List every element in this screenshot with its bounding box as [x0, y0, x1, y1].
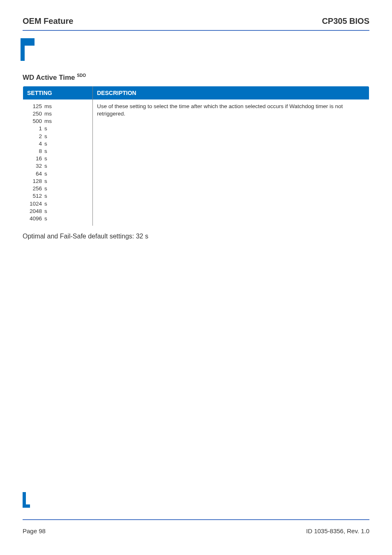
setting-value-unit: s — [44, 155, 47, 162]
setting-value-num: 128 — [27, 178, 44, 185]
cell-description: Use of these setting to select the time … — [93, 99, 369, 226]
setting-value-row: 128s — [27, 178, 88, 185]
cell-settings: 125ms 250ms 500ms 1s 2s 4s 8s 16s 32s 64… — [23, 99, 93, 226]
setting-value-unit: s — [44, 192, 47, 200]
page-number: Page 98 — [23, 527, 46, 534]
logo-shape-side — [21, 46, 25, 61]
table-header-row: SETTING DESCRIPTION — [23, 86, 369, 99]
logo-shape-top — [21, 38, 35, 46]
footer-bar-shape-horizontal — [23, 504, 30, 508]
setting-value-row: 500ms — [27, 118, 88, 125]
setting-value-unit: ms — [44, 118, 52, 125]
setting-value-row: 1024s — [27, 200, 88, 208]
setting-value-row: 8s — [27, 148, 88, 155]
section-title-text: WD Active Time — [23, 74, 75, 81]
setting-value-unit: s — [44, 185, 47, 192]
table-row: 125ms 250ms 500ms 1s 2s 4s 8s 16s 32s 64… — [23, 99, 369, 226]
page-header: OEM Feature CP305 BIOS — [23, 16, 369, 26]
setting-value-unit: s — [44, 215, 47, 222]
setting-value-num: 4 — [27, 140, 44, 148]
setting-value-row: 512s — [27, 192, 88, 200]
defaults-text: Optimal and Fail-Safe default settings: … — [23, 233, 369, 240]
setting-value-num: 32 — [27, 162, 44, 170]
setting-value-num: 2 — [27, 133, 44, 140]
setting-value-row: 1s — [27, 125, 88, 132]
col-header-description: DESCRIPTION — [93, 86, 369, 99]
setting-value-row: 2048s — [27, 208, 88, 215]
setting-value-unit: ms — [44, 110, 52, 118]
setting-value-unit: s — [44, 125, 47, 132]
document-id: ID 1035-8356, Rev. 1.0 — [306, 527, 369, 534]
setting-value-unit: s — [44, 178, 47, 185]
setting-value-unit: s — [44, 200, 47, 208]
setting-value-unit: s — [44, 140, 47, 148]
footer-divider — [23, 519, 369, 520]
brand-logo — [21, 38, 369, 61]
section-title-superscript: SDO — [77, 73, 86, 78]
setting-value-num: 250 — [27, 110, 44, 118]
setting-value-num: 512 — [27, 192, 44, 200]
col-header-setting: SETTING — [23, 86, 93, 99]
header-divider — [23, 30, 369, 31]
setting-value-row: 4s — [27, 140, 88, 148]
setting-value-unit: s — [44, 170, 47, 178]
setting-value-num: 4096 — [27, 215, 44, 222]
setting-value-num: 1 — [27, 125, 44, 132]
setting-value-row: 4096s — [27, 215, 88, 222]
setting-value-unit: s — [44, 162, 47, 170]
setting-value-num: 2048 — [27, 208, 44, 215]
setting-value-unit: s — [44, 148, 47, 155]
setting-values-list: 125ms 250ms 500ms 1s 2s 4s 8s 16s 32s 64… — [27, 103, 88, 223]
setting-value-num: 125 — [27, 103, 44, 110]
setting-value-num: 16 — [27, 155, 44, 162]
setting-value-unit: s — [44, 133, 47, 140]
settings-table: SETTING DESCRIPTION 125ms 250ms 500ms 1s… — [23, 86, 369, 227]
setting-value-row: 64s — [27, 170, 88, 178]
setting-value-row: 250ms — [27, 110, 88, 118]
setting-value-num: 64 — [27, 170, 44, 178]
setting-value-num: 256 — [27, 185, 44, 192]
setting-value-unit: s — [44, 208, 47, 215]
header-right-title: CP305 BIOS — [322, 16, 369, 26]
footer-bar-decoration — [23, 492, 30, 508]
setting-value-row: 125ms — [27, 103, 88, 110]
setting-value-row: 16s — [27, 155, 88, 162]
section-title: WD Active Time SDO — [23, 73, 369, 82]
setting-value-num: 500 — [27, 118, 44, 125]
setting-value-num: 1024 — [27, 200, 44, 208]
footer-row: Page 98 ID 1035-8356, Rev. 1.0 — [23, 527, 369, 534]
page-footer: Page 98 ID 1035-8356, Rev. 1.0 — [23, 519, 369, 534]
setting-value-row: 2s — [27, 133, 88, 140]
setting-value-num: 8 — [27, 148, 44, 155]
setting-value-row: 32s — [27, 162, 88, 170]
setting-value-unit: ms — [44, 103, 52, 110]
setting-value-row: 256s — [27, 185, 88, 192]
header-left-title: OEM Feature — [23, 16, 73, 26]
